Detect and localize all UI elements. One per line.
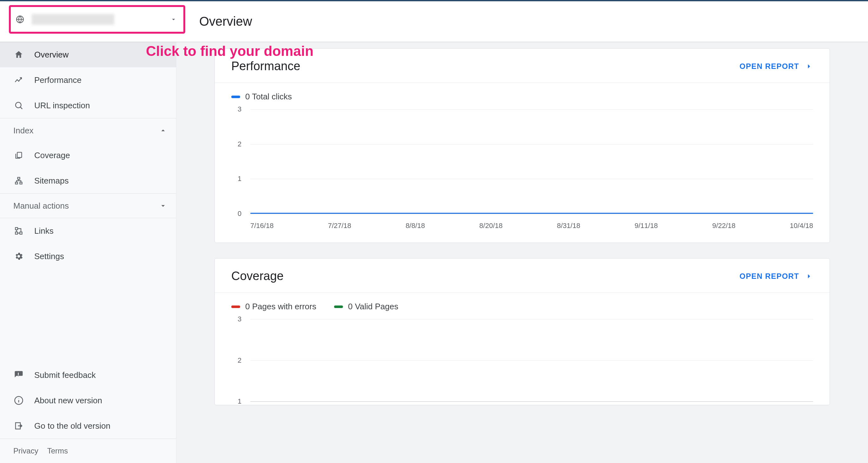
sidebar-footer: Privacy Terms: [0, 438, 176, 463]
chevron-right-icon: [805, 62, 813, 70]
terms-link[interactable]: Terms: [47, 446, 68, 455]
sidebar-item-links[interactable]: Links: [0, 218, 176, 243]
xtick: 8/31/18: [557, 222, 580, 230]
xtick: 7/27/18: [328, 222, 351, 230]
legend-item: 0 Valid Pages: [334, 302, 399, 312]
coverage-chart: 3 2 1: [231, 319, 813, 402]
trend-icon: [13, 75, 24, 85]
sidebar-item-label: Settings: [34, 252, 167, 261]
ytick: 3: [238, 105, 241, 113]
xaxis: 7/16/18 7/27/18 8/8/18 8/20/18 8/31/18 9…: [250, 222, 813, 230]
xtick: 9/11/18: [634, 222, 658, 230]
sidebar-item-url-inspection[interactable]: URL inspection: [0, 93, 176, 118]
legend-label: 0 Valid Pages: [348, 302, 399, 312]
sidebar-item-about[interactable]: About new version: [0, 388, 176, 413]
svg-rect-3: [18, 177, 20, 179]
chevron-right-icon: [805, 272, 813, 281]
ytick: 2: [238, 356, 241, 365]
sidebar-item-sitemaps[interactable]: Sitemaps: [0, 168, 176, 193]
info-icon: [13, 396, 24, 405]
legend-item: 0 Pages with errors: [231, 302, 316, 312]
svg-rect-2: [17, 152, 22, 157]
sidebar-group-label: Manual actions: [13, 201, 159, 211]
globe-icon: [16, 15, 24, 24]
svg-rect-4: [16, 182, 18, 184]
ytick: 1: [238, 175, 241, 183]
xtick: 7/16/18: [250, 222, 274, 230]
chevron-down-icon: [159, 202, 167, 210]
sidebar-item-old-version[interactable]: Go to the old version: [0, 413, 176, 438]
svg-rect-5: [20, 182, 22, 184]
legend-swatch: [231, 95, 240, 98]
privacy-link[interactable]: Privacy: [13, 446, 38, 455]
svg-rect-8: [16, 232, 18, 234]
gear-icon: [13, 252, 24, 261]
property-selector[interactable]: [9, 5, 185, 34]
open-report-label: OPEN REPORT: [740, 62, 799, 71]
open-report-label: OPEN REPORT: [740, 272, 799, 281]
ytick: 1: [238, 397, 241, 405]
xtick: 9/22/18: [712, 222, 735, 230]
series-line-total-clicks: [250, 213, 813, 214]
sidebar-item-label: Submit feedback: [34, 370, 167, 380]
topbar: Overview: [0, 1, 868, 42]
sidebar-item-settings[interactable]: Settings: [0, 243, 176, 269]
sidebar-item-label: Coverage: [34, 150, 167, 161]
sidebar-item-label: URL inspection: [34, 101, 167, 111]
feedback-icon: [13, 370, 24, 380]
legend-item: 0 Total clicks: [231, 92, 292, 102]
card-title: Performance: [231, 59, 740, 73]
svg-point-1: [16, 102, 21, 108]
chart-legend: 0 Total clicks: [231, 92, 813, 102]
coverage-card: Coverage OPEN REPORT 0 Pages with errors: [214, 258, 830, 405]
open-report-link[interactable]: OPEN REPORT: [740, 272, 813, 281]
sidebar-item-label: Links: [34, 226, 167, 236]
xtick: 8/20/18: [479, 222, 502, 230]
xtick: 8/8/18: [405, 222, 425, 230]
legend-swatch: [334, 306, 343, 308]
chevron-up-icon: [159, 126, 167, 135]
sidebar-item-performance[interactable]: Performance: [0, 67, 176, 93]
svg-rect-7: [20, 232, 22, 234]
annotation-callout: Click to find your domain: [146, 43, 313, 59]
sidebar-item-label: Performance: [34, 75, 167, 85]
property-name-redacted: [32, 14, 114, 25]
sidebar-group-label: Index: [13, 126, 159, 136]
sidebar-item-submit-feedback[interactable]: Submit feedback: [0, 362, 176, 388]
sidebar: Overview Performance URL inspection: [0, 42, 176, 463]
chart-legend: 0 Pages with errors 0 Valid Pages: [231, 302, 813, 312]
sitemap-icon: [13, 176, 24, 185]
legend-label: 0 Pages with errors: [245, 302, 316, 312]
performance-card: Performance OPEN REPORT 0 Total clicks: [214, 48, 830, 243]
sidebar-item-coverage[interactable]: Coverage: [0, 143, 176, 168]
sidebar-item-label: Go to the old version: [34, 421, 167, 431]
legend-label: 0 Total clicks: [245, 92, 292, 102]
sidebar-item-label: About new version: [34, 396, 167, 406]
copy-icon: [13, 151, 24, 160]
exit-icon: [13, 421, 24, 431]
xtick: 10/4/18: [790, 222, 813, 230]
performance-chart: 3 2 1 0 7/16/18 7/27/18 8/8/18 8/20/18 8…: [231, 109, 813, 230]
legend-swatch: [231, 306, 240, 308]
sidebar-group-manual-actions[interactable]: Manual actions: [0, 194, 176, 218]
links-icon: [13, 226, 24, 235]
home-icon: [13, 50, 24, 59]
svg-rect-6: [16, 228, 18, 230]
ytick: 0: [238, 210, 241, 218]
page-title: Overview: [199, 14, 252, 29]
search-icon: [13, 101, 24, 110]
ytick: 2: [238, 140, 241, 148]
main-content: Performance OPEN REPORT 0 Total clicks: [176, 42, 868, 463]
sidebar-item-label: Sitemaps: [34, 176, 167, 186]
open-report-link[interactable]: OPEN REPORT: [740, 62, 813, 71]
sidebar-group-index[interactable]: Index: [0, 118, 176, 143]
card-title: Coverage: [231, 269, 740, 283]
ytick: 3: [238, 315, 241, 323]
caret-down-icon: [170, 16, 177, 23]
